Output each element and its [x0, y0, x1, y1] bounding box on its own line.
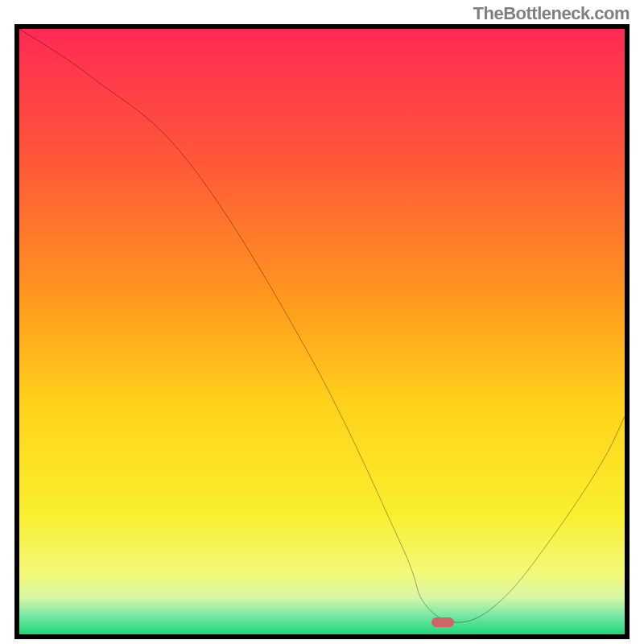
chart-plot-area — [19, 29, 625, 634]
chart-frame — [14, 24, 630, 639]
chart-background — [19, 29, 625, 634]
optimal-point-marker — [431, 617, 454, 627]
chart-svg — [19, 29, 625, 634]
watermark-text: TheBottleneck.com — [473, 3, 630, 24]
